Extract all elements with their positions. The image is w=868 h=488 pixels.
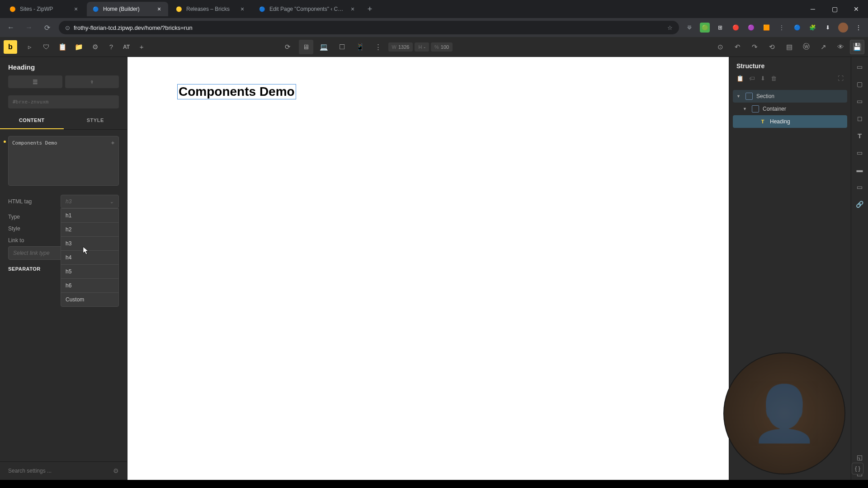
tag-icon[interactable]: 🏷 — [749, 75, 755, 82]
delete-icon[interactable]: 🗑 — [771, 75, 777, 82]
add-element-icon[interactable]: + — [134, 40, 149, 54]
extension-icon[interactable]: 🔴 — [731, 23, 741, 33]
tablet-icon[interactable]: ☐ — [335, 40, 349, 54]
browser-tab[interactable]: 🔵 Edit Page "Components" ‹ Cwic × — [253, 2, 362, 16]
bricks-logo[interactable]: b — [4, 40, 17, 54]
extension-icons: ⟱ 🟢 ⊞ 🔴 🟣 🟧 ⋮ 🔵 🧩 ⬇ ⋮ — [684, 23, 863, 33]
extension-icon[interactable]: 🟣 — [746, 23, 756, 33]
tree-item-section[interactable]: ▼ Section — [733, 90, 847, 103]
clipboard-icon[interactable]: 📋 — [55, 40, 70, 54]
cursor-tool-icon[interactable]: ▹ — [23, 40, 37, 54]
extension-icon[interactable]: 🟧 — [761, 23, 771, 33]
save-button[interactable]: 💾 — [850, 40, 864, 54]
mode-tab-class[interactable]: ♀ — [65, 75, 119, 88]
rail-text-icon[interactable]: ▭ — [854, 147, 865, 158]
undo-icon[interactable]: ↶ — [731, 40, 745, 54]
maximize-button[interactable]: ▢ — [826, 2, 843, 16]
settings-icon[interactable]: ⚙ — [88, 40, 102, 54]
history-icon[interactable]: ⟲ — [765, 40, 779, 54]
tab-close-icon[interactable]: × — [72, 5, 80, 13]
new-tab-button[interactable]: + — [363, 3, 376, 15]
at-label[interactable]: AT — [119, 44, 133, 50]
height-input[interactable]: H - — [415, 42, 429, 52]
extension-icon[interactable]: 🧩 — [807, 23, 817, 33]
preview-icon[interactable]: 👁 — [834, 40, 848, 54]
mobile-icon[interactable]: 📱 — [353, 40, 368, 54]
more-breakpoints-icon[interactable]: ⋮ — [371, 40, 386, 54]
minimize-button[interactable]: ─ — [805, 2, 821, 16]
copy-icon[interactable]: 📋 — [736, 75, 744, 82]
refresh-icon[interactable]: ⟳ — [281, 40, 295, 54]
structure-title: Structure — [729, 57, 851, 73]
laptop-icon[interactable]: 💻 — [317, 40, 331, 54]
rail-link-icon[interactable]: 🔗 — [854, 199, 865, 210]
rail-container-icon[interactable]: ▢ — [854, 79, 865, 89]
html-tag-select[interactable]: h3 ⌄ — [61, 195, 119, 208]
dropdown-option-custom[interactable]: Custom — [61, 293, 118, 306]
reload-button[interactable]: ⟳ — [41, 21, 53, 34]
rail-components-icon[interactable]: ◱ — [854, 452, 865, 463]
rail-image-icon[interactable]: ▭ — [854, 182, 865, 192]
extension-icon[interactable]: 🔵 — [792, 23, 802, 33]
tab-close-icon[interactable]: × — [239, 5, 246, 13]
dropdown-option-h2[interactable]: h2 — [61, 223, 118, 237]
tree-item-heading[interactable]: T Heading — [733, 115, 847, 128]
code-snippet-button[interactable]: { } — [852, 463, 863, 474]
profile-avatar[interactable] — [838, 23, 848, 33]
shield-icon[interactable]: 🛡 — [39, 40, 53, 54]
collapse-toggle-icon[interactable]: ▼ — [736, 94, 742, 99]
ai-icon[interactable]: ✦ — [110, 140, 115, 146]
back-button[interactable]: ← — [5, 21, 17, 34]
browser-tab[interactable]: 🟠 Sites - ZipWP × — [4, 2, 85, 16]
url-bar[interactable]: ⊙ frothy-florian-tcd.zipwp.dev/home/?bri… — [59, 21, 679, 34]
close-window-button[interactable]: ✕ — [848, 2, 864, 16]
collapse-toggle-icon[interactable]: ▼ — [743, 107, 748, 111]
extension-icon[interactable]: 🟢 — [700, 23, 710, 33]
gear-icon[interactable]: ⚙ — [113, 467, 119, 474]
rail-button-icon[interactable]: ▬ — [854, 164, 865, 175]
dropdown-option-h1[interactable]: h1 — [61, 209, 118, 223]
desktop-icon[interactable]: 🖥 — [299, 40, 313, 54]
extension-icon[interactable]: ⊞ — [715, 23, 725, 33]
dropdown-option-h5[interactable]: h5 — [61, 265, 118, 279]
extension-icon[interactable]: ⟱ — [684, 23, 694, 33]
wordpress-icon[interactable]: ⓦ — [799, 40, 814, 54]
heading-text-input[interactable] — [8, 136, 119, 186]
external-link-icon[interactable]: ↗ — [816, 40, 831, 54]
browser-tab[interactable]: 🔵 Home (Builder) × — [87, 2, 168, 16]
download-icon[interactable]: ⬇ — [823, 23, 833, 33]
dropdown-option-h3[interactable]: h3 — [61, 237, 118, 251]
rail-block-icon[interactable]: ▭ — [854, 96, 865, 107]
browser-tab[interactable]: 🟡 Releases – Bricks × — [170, 2, 251, 16]
tab-close-icon[interactable]: × — [349, 5, 356, 13]
layers-icon[interactable]: ▤ — [782, 40, 797, 54]
redo-icon[interactable]: ↷ — [748, 40, 762, 54]
mode-tab-element[interactable]: ☰ — [8, 75, 62, 88]
bookmark-icon[interactable]: ☆ — [667, 24, 673, 31]
scale-input[interactable]: % 100 — [431, 42, 453, 52]
site-info-icon[interactable]: ⊙ — [65, 24, 70, 31]
rail-heading-icon[interactable]: T — [854, 130, 865, 141]
rail-div-icon[interactable]: ◻ — [854, 113, 865, 124]
download-icon[interactable]: ⬇ — [760, 75, 765, 82]
search-settings-input[interactable] — [8, 468, 109, 474]
dropdown-option-h4[interactable]: h4 — [61, 251, 118, 265]
tab-style[interactable]: STYLE — [64, 112, 127, 129]
expand-icon[interactable]: ⛶ — [838, 75, 844, 82]
element-id-field[interactable]: #brxe-znvuxm — [8, 95, 119, 108]
tab-content[interactable]: CONTENT — [0, 112, 64, 129]
revisions-icon[interactable]: ⊙ — [713, 40, 728, 54]
heading-element[interactable]: Components Demo — [177, 84, 296, 99]
canvas-page[interactable]: Components Demo — [127, 57, 729, 480]
extension-icon[interactable]: ⋮ — [777, 23, 787, 33]
menu-icon[interactable]: ⋮ — [854, 23, 863, 33]
dropdown-option-h6[interactable]: h6 — [61, 279, 118, 293]
rail-section-icon[interactable]: ▭ — [854, 61, 865, 72]
folder-icon[interactable]: 📁 — [71, 40, 86, 54]
help-icon[interactable]: ? — [104, 40, 118, 54]
canvas[interactable]: Components Demo — [127, 57, 729, 480]
tree-item-container[interactable]: ▼ Container — [733, 103, 847, 115]
forward-button[interactable]: → — [23, 21, 35, 34]
width-input[interactable]: W 1326 — [388, 42, 413, 52]
tab-close-icon[interactable]: × — [156, 5, 163, 13]
